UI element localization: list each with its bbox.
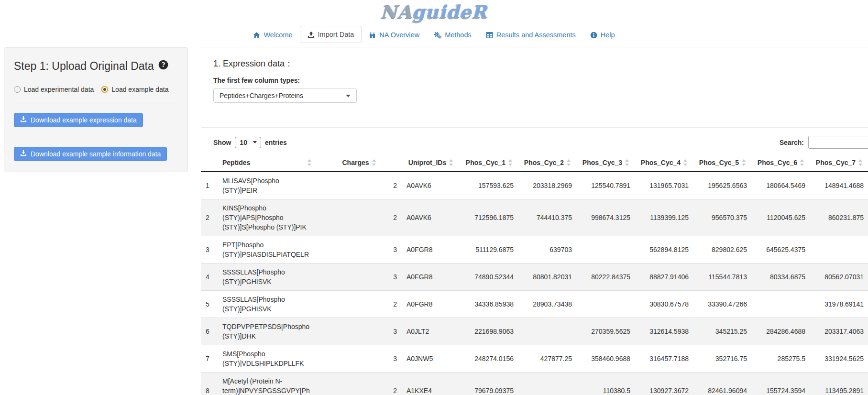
cell-phos-cyc-3: 358460.9688 (577, 345, 635, 373)
col-header-phos-cyc-4[interactable]: Phos_Cyc_4 (635, 154, 693, 172)
cell-phos-cyc-5: 345215.25 (693, 318, 752, 345)
radio-load-example[interactable]: Load example data (101, 86, 168, 93)
col-header-charges[interactable]: Charges (317, 154, 402, 172)
page-length-select[interactable]: 10 (235, 137, 261, 148)
download-expression-button[interactable]: Download example expression data (14, 113, 143, 127)
radio-icon[interactable] (14, 86, 21, 93)
col-header-phos-cyc-6[interactable]: Phos_Cyc_6 (752, 154, 810, 172)
cell-phos-cyc-7: 31978.69141 (810, 291, 868, 318)
sort-icon[interactable] (449, 159, 453, 166)
tab-na-overview[interactable]: NA Overview (362, 27, 427, 43)
binoculars-icon (369, 32, 376, 39)
download-icon (20, 116, 27, 124)
svg-text:?: ? (161, 61, 165, 68)
download-sample-info-button[interactable]: Download example sample information data (14, 147, 167, 161)
col-header-index[interactable] (201, 154, 218, 172)
col-header-phos-cyc-2[interactable]: Phos_Cyc_2 (518, 154, 577, 172)
cell-phos-cyc-7: 113495.2891 (810, 373, 868, 395)
table-row[interactable]: 4 SSSSLLAS[Phospho (STY)]PGHISVK 3 A0FGR… (201, 263, 868, 291)
cell-phos-cyc-7: 203317.4063 (810, 318, 868, 345)
sort-icon[interactable] (625, 159, 629, 166)
tab-label: NA Overview (379, 31, 419, 39)
cell-peptide: M[Acetyl (Protein N-term)]NPVYSPGSSGVPY[… (218, 373, 317, 395)
sort-icon[interactable] (372, 159, 376, 166)
sort-icon[interactable] (308, 159, 312, 166)
cell-phos-cyc-1: 221698.9063 (460, 318, 518, 345)
cell-phos-cyc-6: 1120045.625 (752, 199, 810, 236)
cell-uniprot-id: A0AVK6 (402, 199, 460, 236)
panel-title: Step 1: Upload Original Data ? (14, 60, 178, 73)
button-label: Download example sample information data (31, 150, 161, 158)
tab-help[interactable]: Help (583, 27, 622, 43)
tab-import-data[interactable]: Import Data (300, 26, 362, 43)
table-row[interactable]: 1 MLISAVS[Phospho (STY)]PEIR 2 A0AVK6 15… (201, 172, 868, 199)
column-types-select[interactable]: Peptides+Charges+Proteins (213, 88, 357, 103)
chevron-down-icon (253, 141, 257, 143)
cell-uniprot-id: A0AVK6 (402, 172, 460, 199)
sort-icon[interactable] (508, 159, 513, 166)
tab-results-assessments[interactable]: Results and Assessments (479, 27, 583, 43)
sort-icon[interactable] (800, 159, 804, 166)
cell-charge: 3 (317, 263, 402, 291)
app-logo-guider: guideR (412, 1, 487, 22)
cell-phos-cyc-4: 1139399.125 (635, 199, 693, 236)
col-header-phos-cyc-3[interactable]: Phos_Cyc_3 (577, 154, 635, 172)
sort-icon[interactable] (742, 159, 746, 166)
cell-uniprot-id: A0FGR8 (402, 291, 460, 318)
table-row[interactable]: 7 SMS[Phospho (STY)]VDLSHIPLKDPLLFK 3 A0… (201, 345, 868, 373)
cell-phos-cyc-4: 562894.8125 (635, 236, 693, 263)
cell-phos-cyc-6: 645625.4375 (752, 236, 810, 263)
cell-phos-cyc-7 (810, 236, 868, 263)
main-nav: Welcome Import Data NA Overview Methods … (0, 24, 868, 43)
entries-label: entries (265, 139, 287, 146)
col-header-phos-cyc-1[interactable]: Phos_Cyc_1 (460, 154, 518, 172)
table-row[interactable]: 2 KINS[Phospho (STY)]APS[Phospho (STY)]S… (201, 199, 868, 236)
cell-row-index: 5 (201, 291, 218, 318)
cell-phos-cyc-5: 195625.6563 (693, 172, 752, 199)
cell-peptide: SSSSLLAS[Phospho (STY)]PGHISVK (218, 263, 317, 291)
cell-row-index: 3 (201, 236, 218, 263)
table-row[interactable]: 3 EPT[Phospho (STY)]PSIASDISLPIATQELR 3 … (201, 236, 868, 263)
col-header-peptides[interactable]: Peptides (218, 154, 317, 172)
main-content: 1. Expression data： The first few column… (201, 47, 868, 395)
question-circle-icon[interactable]: ? (158, 60, 168, 73)
table-row[interactable]: 5 SSSSLLAS[Phospho (STY)]PGHISVK 2 A0FGR… (201, 291, 868, 318)
cell-phos-cyc-3: 110380.5 (577, 373, 635, 395)
cell-phos-cyc-1: 712596.1875 (460, 199, 518, 236)
radio-load-experimental[interactable]: Load experimental data (14, 86, 94, 93)
table-row[interactable]: 6 TQDPVPPETPSDS[Phospho (STY)]DHK 3 A0JL… (201, 318, 868, 345)
col-header-phos-cyc-5[interactable]: Phos_Cyc_5 (693, 154, 752, 172)
cell-charge: 2 (317, 373, 402, 395)
panel-title-text: Step 1: Upload Original Data (14, 60, 154, 73)
cell-phos-cyc-4: 30830.67578 (635, 291, 693, 318)
search-input[interactable] (808, 136, 868, 149)
tab-welcome[interactable]: Welcome (246, 27, 299, 43)
col-header-uniprot-ids[interactable]: Uniprot_IDs (402, 154, 460, 172)
radio-icon-selected[interactable] (101, 86, 108, 93)
cell-charge: 3 (317, 236, 402, 263)
cell-phos-cyc-4: 130927.3672 (635, 373, 693, 395)
upload-panel: Step 1: Upload Original Data ? Load expe… (4, 47, 188, 172)
cell-phos-cyc-4: 316457.7188 (635, 345, 693, 373)
cell-phos-cyc-7: 80562.07031 (810, 263, 868, 291)
cell-phos-cyc-2 (518, 373, 577, 395)
table-row[interactable]: 8 M[Acetyl (Protein N-term)]NPVYSPGSSGVP… (201, 373, 868, 395)
column-types-selected-value: Peptides+Charges+Proteins (220, 92, 303, 99)
sort-icon[interactable] (858, 159, 863, 166)
cell-phos-cyc-4: 88827.91406 (635, 263, 693, 291)
cell-uniprot-id: A1KXE4 (402, 373, 460, 395)
col-header-phos-cyc-7[interactable]: Phos_Cyc_7 (810, 154, 868, 172)
tab-label: Welcome (264, 31, 292, 39)
cell-phos-cyc-4: 131965.7031 (635, 172, 693, 199)
tab-methods[interactable]: Methods (427, 27, 479, 43)
cell-phos-cyc-2: 639703 (518, 236, 577, 263)
cell-phos-cyc-5: 956570.375 (693, 199, 752, 236)
divider (14, 137, 178, 137)
cell-peptide: EPT[Phospho (STY)]PSIASDISLPIATQELR (218, 236, 317, 263)
expression-data-table: Peptides Charges Uniprot_IDs Phos_Cyc_1 … (201, 154, 868, 395)
cell-row-index: 2 (201, 199, 218, 236)
table-body: 1 MLISAVS[Phospho (STY)]PEIR 2 A0AVK6 15… (201, 172, 868, 395)
table-search-control: Search: (780, 136, 868, 149)
sort-icon[interactable] (567, 159, 571, 166)
sort-icon[interactable] (683, 159, 688, 166)
